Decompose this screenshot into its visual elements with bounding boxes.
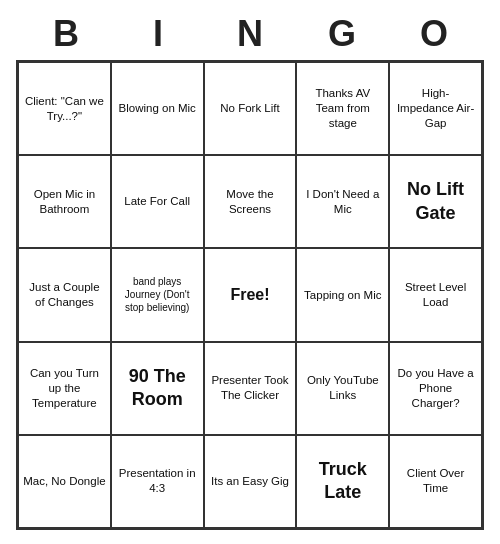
bingo-cell-19: Do you Have a Phone Charger? xyxy=(389,342,482,435)
bingo-letter-b: B xyxy=(40,13,92,55)
bingo-cell-12: Free! xyxy=(204,248,297,341)
bingo-cell-20: Mac, No Dongle xyxy=(18,435,111,528)
bingo-cell-16: 90 The Room xyxy=(111,342,204,435)
bingo-cell-10: Just a Couple of Changes xyxy=(18,248,111,341)
bingo-cell-9: No Lift Gate xyxy=(389,155,482,248)
bingo-cell-24: Client Over Time xyxy=(389,435,482,528)
bingo-cell-2: No Fork Lift xyxy=(204,62,297,155)
bingo-cell-13: Tapping on Mic xyxy=(296,248,389,341)
bingo-cell-15: Can you Turn up the Temperature xyxy=(18,342,111,435)
bingo-cell-11: band plays Journey (Don't stop believing… xyxy=(111,248,204,341)
bingo-cell-0: Client: "Can we Try...?" xyxy=(18,62,111,155)
bingo-cell-17: Presenter Took The Clicker xyxy=(204,342,297,435)
bingo-letter-g: G xyxy=(316,13,368,55)
bingo-cell-4: High-Impedance Air-Gap xyxy=(389,62,482,155)
bingo-cell-5: Open Mic in Bathroom xyxy=(18,155,111,248)
bingo-cell-22: Its an Easy Gig xyxy=(204,435,297,528)
bingo-letter-n: N xyxy=(224,13,276,55)
bingo-cell-18: Only YouTube Links xyxy=(296,342,389,435)
bingo-letter-o: O xyxy=(408,13,460,55)
bingo-grid: Client: "Can we Try...?"Blowing on MicNo… xyxy=(16,60,484,530)
bingo-cell-1: Blowing on Mic xyxy=(111,62,204,155)
bingo-cell-8: I Don't Need a Mic xyxy=(296,155,389,248)
bingo-cell-6: Late For Call xyxy=(111,155,204,248)
bingo-cell-3: Thanks AV Team from stage xyxy=(296,62,389,155)
bingo-cell-7: Move the Screens xyxy=(204,155,297,248)
bingo-header: BINGO xyxy=(20,8,480,60)
bingo-cell-23: Truck Late xyxy=(296,435,389,528)
bingo-letter-i: I xyxy=(132,13,184,55)
bingo-cell-21: Presentation in 4:3 xyxy=(111,435,204,528)
bingo-cell-14: Street Level Load xyxy=(389,248,482,341)
